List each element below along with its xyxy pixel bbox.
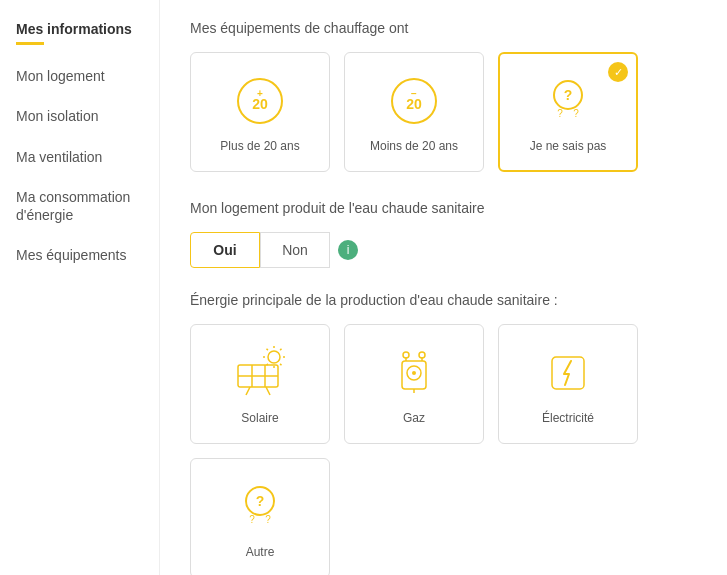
svg-text:?: ? [573,108,579,119]
heating-card-nesaispas[interactable]: ✓ ? ? ? Je ne sais pas [498,52,638,172]
svg-text:?: ? [256,493,265,509]
sidebar-item-mon-logement[interactable]: Mon logement [16,67,143,85]
energy-card-autre[interactable]: ? ? ? Autre [190,458,330,575]
svg-text:?: ? [249,514,255,525]
sidebar-item-ma-consommation[interactable]: Ma consommation d'énergie [16,188,143,224]
energy-cards: Solaire Gaz [190,324,697,575]
sidebar-item-ma-ventilation[interactable]: Ma ventilation [16,148,143,166]
gaz-icon [384,343,444,403]
svg-line-20 [280,364,281,365]
plus20-icon: + 20 [230,71,290,131]
energy-card-gaz-label: Gaz [403,411,425,425]
energy-title: Énergie principale de la production d'ea… [190,292,697,308]
info-icon[interactable]: i [338,240,358,260]
svg-text:20: 20 [406,96,422,112]
svg-line-23 [246,387,250,395]
svg-line-21 [280,349,281,350]
toggle-oui[interactable]: Oui [190,232,260,268]
heating-card-moins20-label: Moins de 20 ans [370,139,458,153]
autre-icon: ? ? ? [230,477,290,537]
svg-text:?: ? [557,108,563,119]
svg-text:?: ? [265,514,271,525]
heating-card-nesaispas-label: Je ne sais pas [530,139,607,153]
check-badge: ✓ [608,62,628,82]
moins20-icon: − 20 [384,71,444,131]
svg-point-27 [412,371,416,375]
energy-card-gaz[interactable]: Gaz [344,324,484,444]
heating-card-plus20-label: Plus de 20 ans [220,139,299,153]
energy-card-electricite[interactable]: Électricité [498,324,638,444]
hot-water-toggle: Oui Non i [190,232,697,268]
svg-line-19 [267,349,268,350]
svg-point-14 [268,351,280,363]
sidebar: Mes informations Mon logement Mon isolat… [0,0,160,575]
sidebar-item-mes-equipements[interactable]: Mes équipements [16,246,143,264]
heating-age-cards: + 20 Plus de 20 ans − 20 Moins de 20 ans… [190,52,697,172]
heating-age-title: Mes équipements de chauffage ont [190,20,697,36]
heating-card-plus20[interactable]: + 20 Plus de 20 ans [190,52,330,172]
svg-line-22 [267,364,268,365]
svg-line-24 [266,387,270,395]
energy-card-electricite-label: Électricité [542,411,594,425]
toggle-non[interactable]: Non [260,232,330,268]
hot-water-title: Mon logement produit de l'eau chaude san… [190,200,697,216]
svg-text:20: 20 [252,96,268,112]
energy-card-solaire[interactable]: Solaire [190,324,330,444]
electricite-icon [538,343,598,403]
heating-card-moins20[interactable]: − 20 Moins de 20 ans [344,52,484,172]
nesaispas-icon: ? ? ? [538,71,598,131]
solaire-icon [230,343,290,403]
sidebar-item-mes-informations[interactable]: Mes informations [16,20,143,45]
energy-card-solaire-label: Solaire [241,411,278,425]
sidebar-item-mon-isolation[interactable]: Mon isolation [16,107,143,125]
energy-card-autre-label: Autre [246,545,275,559]
main-content: Mes équipements de chauffage ont + 20 Pl… [160,0,727,575]
svg-text:?: ? [564,87,573,103]
